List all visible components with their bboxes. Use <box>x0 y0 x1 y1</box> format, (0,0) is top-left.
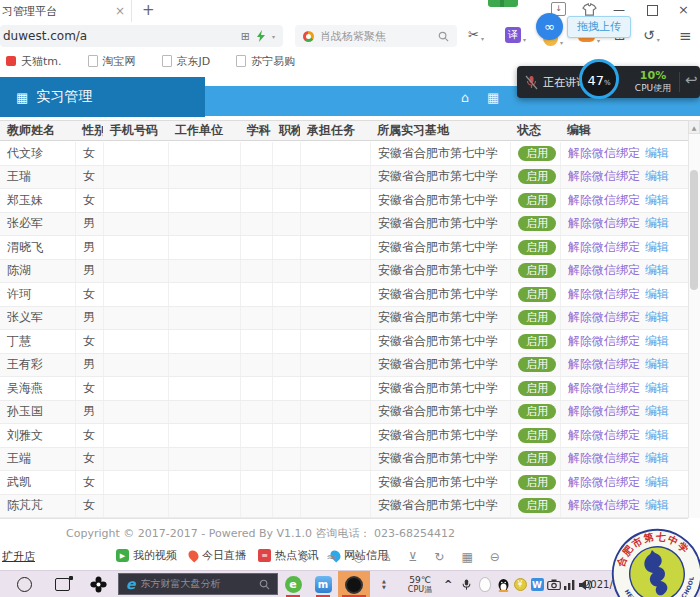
unbind-wechat-link[interactable]: 解除微信绑定 <box>568 192 640 209</box>
status-badge[interactable]: 启用 <box>518 310 556 325</box>
network-signal-icon[interactable] <box>563 571 577 597</box>
table-row[interactable]: 孙玉国 男 安徽省合肥市第七中学 启用 解除微信绑定 编辑 <box>0 401 688 425</box>
edit-link[interactable]: 编辑 <box>645 450 669 467</box>
qq-penguin-icon[interactable] <box>494 571 512 597</box>
unbind-wechat-link[interactable]: 解除微信绑定 <box>568 309 640 326</box>
status-badge[interactable]: 启用 <box>518 475 556 490</box>
url-text[interactable]: duwest.com/a <box>0 29 241 43</box>
table-row[interactable]: 王瑞 女 安徽省合肥市第七中学 启用 解除微信绑定 编辑 <box>0 166 688 190</box>
w-app-icon[interactable]: W <box>529 571 545 597</box>
status-badge[interactable]: 启用 <box>518 404 556 419</box>
unbind-wechat-link[interactable]: 解除微信绑定 <box>568 333 640 350</box>
url-caret-icon[interactable]: ▾ <box>272 33 275 40</box>
bookmark-jd[interactable]: 京东JD <box>162 54 211 69</box>
maximize-button[interactable] <box>647 5 658 16</box>
booster-back-icon[interactable]: ↩ <box>685 71 698 89</box>
new-tab-button[interactable]: + <box>142 1 155 19</box>
apps-icon[interactable]: ▦ <box>487 90 499 105</box>
drag-upload-icon[interactable]: ∞ <box>536 13 563 40</box>
edit-link[interactable]: 编辑 <box>645 427 669 444</box>
status-badge[interactable]: 启用 <box>518 263 556 278</box>
unbind-wechat-link[interactable]: 解除微信绑定 <box>568 262 640 279</box>
live-today-link[interactable]: 今日直播 <box>189 548 246 563</box>
status-badge[interactable]: 启用 <box>518 451 556 466</box>
status-badge[interactable]: 启用 <box>518 357 556 372</box>
browser-search-field[interactable]: 肖战杨紫聚焦 <box>295 25 457 47</box>
unbind-wechat-link[interactable]: 解除微信绑定 <box>568 239 640 256</box>
status-left-link[interactable]: 扩升店 <box>2 549 35 564</box>
unbind-wechat-link[interactable]: 解除微信绑定 <box>568 427 640 444</box>
unbind-wechat-link[interactable]: 解除微信绑定 <box>568 450 640 467</box>
tab-close-icon[interactable]: × <box>115 5 125 17</box>
cpu-temp-widget[interactable]: 59℃ CPU温 <box>398 571 442 597</box>
edit-link[interactable]: 编辑 <box>645 497 669 514</box>
edit-link[interactable]: 编辑 <box>645 333 669 350</box>
status-badge[interactable]: 启用 <box>518 381 556 396</box>
notification-icon[interactable] <box>477 571 493 597</box>
status-badge[interactable]: 启用 <box>518 193 556 208</box>
table-row[interactable]: 张必军 男 安徽省合肥市第七中学 启用 解除微信绑定 编辑 <box>0 213 688 237</box>
refresh-icon[interactable]: ↻ <box>434 550 444 564</box>
table-row[interactable]: 张义军 男 安徽省合肥市第七中学 启用 解除微信绑定 编辑 <box>0 307 688 331</box>
more-icon[interactable]: ⊖ <box>490 550 500 564</box>
home-icon[interactable]: ⌂ <box>461 90 469 105</box>
skin-icon[interactable] <box>582 3 597 16</box>
browser-tab[interactable]: 习管理平台 × <box>0 0 132 22</box>
unbind-wechat-link[interactable]: 解除微信绑定 <box>568 474 640 491</box>
tray-expand-icon[interactable]: ^ <box>444 571 452 597</box>
edit-link[interactable]: 编辑 <box>645 192 669 209</box>
unbind-wechat-link[interactable]: 解除微信绑定 <box>568 215 640 232</box>
table-row[interactable]: 王端 女 安徽省合肥市第七中学 启用 解除微信绑定 编辑 <box>0 448 688 472</box>
shield-icon[interactable]: ◇ <box>300 550 309 564</box>
status-badge[interactable]: 启用 <box>518 169 556 184</box>
edit-link[interactable]: 编辑 <box>645 145 669 162</box>
table-row[interactable]: 郑玉妹 女 安徽省合肥市第七中学 启用 解除微信绑定 编辑 <box>0 189 688 213</box>
table-row[interactable]: 渭晓飞 男 安徽省合肥市第七中学 启用 解除微信绑定 编辑 <box>0 236 688 260</box>
status-badge[interactable]: 启用 <box>518 216 556 231</box>
search-suggestion-text[interactable]: 肖战杨紫聚焦 <box>320 29 432 44</box>
active-app-icon[interactable] <box>338 571 370 597</box>
status-badge[interactable]: 启用 <box>518 240 556 255</box>
task-view-icon[interactable] <box>52 571 72 597</box>
table-row[interactable]: 陈芃芃 女 安徽省合肥市第七中学 启用 解除微信绑定 编辑 <box>0 495 688 519</box>
cortana-icon[interactable] <box>14 571 34 597</box>
menu-button[interactable]: ≡ <box>679 27 692 45</box>
table-row[interactable]: 丁慧 女 安徽省合肥市第七中学 启用 解除微信绑定 编辑 <box>0 330 688 354</box>
microphone-muted-icon[interactable] <box>525 75 538 90</box>
unbind-wechat-link[interactable]: 解除微信绑定 <box>568 168 640 185</box>
lightning-icon[interactable] <box>257 30 265 42</box>
tray-scroll-arrows[interactable]: ▲ ▼ <box>382 571 386 597</box>
badge-icon[interactable]: ◎ <box>353 550 363 564</box>
status-badge[interactable]: 启用 <box>518 428 556 443</box>
chart-icon[interactable]: ≈ <box>326 550 336 564</box>
bookmark-tmall[interactable]: 天猫tm. <box>6 54 62 69</box>
taskbar-search-text[interactable]: 东方财富大盘分析 <box>141 577 255 591</box>
status-badge[interactable]: 启用 <box>518 334 556 349</box>
translate-button[interactable]: 译 ▾ <box>505 27 526 43</box>
status-badge[interactable]: 启用 <box>518 146 556 161</box>
scrollbar-up-icon[interactable]: ▲ <box>688 120 700 134</box>
m-app-icon[interactable]: m <box>312 571 334 597</box>
table-row[interactable]: 许珂 女 安徽省合肥市第七中学 启用 解除微信绑定 编辑 <box>0 283 688 307</box>
my-videos-link[interactable]: ▶ 我的视频 <box>116 548 177 563</box>
qrcode-icon[interactable]: ⊞ <box>241 30 250 43</box>
table-row[interactable]: 刘雅文 女 安徽省合肥市第七中学 启用 解除微信绑定 编辑 <box>0 424 688 448</box>
undo-button[interactable]: ↺ ▾ <box>643 27 660 43</box>
edit-link[interactable]: 编辑 <box>645 474 669 491</box>
browser-app-icon[interactable]: e <box>282 571 304 597</box>
unbind-wechat-link[interactable]: 解除微信绑定 <box>568 145 640 162</box>
edit-link[interactable]: 编辑 <box>645 168 669 185</box>
bookmark-taobao[interactable]: 淘宝网 <box>88 54 136 69</box>
edit-link[interactable]: 编辑 <box>645 309 669 326</box>
unbind-wechat-link[interactable]: 解除微信绑定 <box>568 286 640 303</box>
status-badge[interactable]: 启用 <box>518 287 556 302</box>
edit-link[interactable]: 编辑 <box>645 215 669 232</box>
search-icon[interactable] <box>438 31 449 42</box>
scrollbar-thumb[interactable] <box>690 170 698 290</box>
screenshot-button[interactable]: ✂ ▾ <box>468 27 484 42</box>
bookmark-suning[interactable]: 苏宁易购 <box>236 54 295 69</box>
search-engine-icon[interactable] <box>303 31 314 42</box>
table-row[interactable]: 陈湖 男 安徽省合肥市第七中学 启用 解除微信绑定 编辑 <box>0 260 688 284</box>
download-icon[interactable]: ⊻ <box>409 550 418 564</box>
table-row[interactable]: 王有彩 男 安徽省合肥市第七中学 启用 解除微信绑定 编辑 <box>0 354 688 378</box>
